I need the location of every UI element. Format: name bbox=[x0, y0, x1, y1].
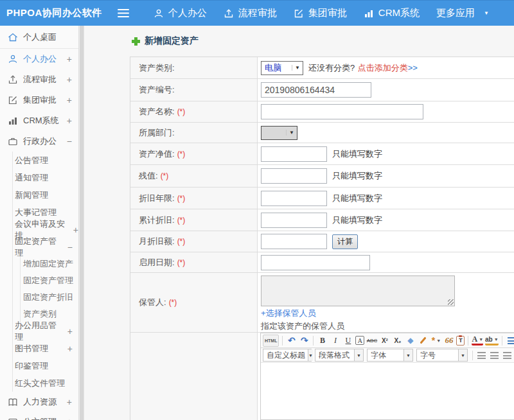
field-label: 资产编号: bbox=[139, 84, 175, 96]
asset-name-input[interactable] bbox=[261, 104, 423, 119]
subscript-icon[interactable]: X₂ bbox=[392, 335, 403, 347]
page-title-text: 新增固定资产 bbox=[145, 35, 199, 47]
add-category-arrows[interactable]: >> bbox=[408, 63, 418, 73]
book-icon bbox=[8, 397, 18, 407]
font-style-icon[interactable]: A bbox=[355, 336, 364, 345]
eraser-icon[interactable]: ◆ bbox=[405, 335, 416, 347]
expand-plus-icon[interactable]: + bbox=[67, 397, 72, 407]
align-center-icon[interactable] bbox=[489, 349, 500, 362]
nav-crm-system[interactable]: CRM系统 bbox=[364, 7, 420, 19]
sidebar-item-crm[interactable]: CRM系统 + bbox=[0, 110, 78, 131]
caret-down-icon: ▼ bbox=[308, 349, 313, 361]
superscript-icon[interactable]: X² bbox=[379, 335, 390, 347]
sidebar-item-announcement[interactable]: 公告管理 bbox=[13, 152, 78, 169]
asset-form: 资产类别: 电脑 ▼ 还没有分类? 点击添加分类>> 资产编号: 资产名称:(*… bbox=[130, 57, 514, 420]
underline-icon[interactable]: U bbox=[342, 335, 353, 347]
nav-personal-office[interactable]: 个人办公 bbox=[154, 7, 207, 19]
sidebar-scrollbar[interactable] bbox=[78, 26, 84, 420]
category-select[interactable]: 电脑 ▼ bbox=[261, 61, 303, 75]
asset-no-input[interactable] bbox=[261, 82, 371, 98]
sidebar-item-hr[interactable]: 人力资源 + bbox=[0, 392, 78, 412]
nav-more-apps[interactable]: 更多应用 ▼ bbox=[436, 7, 489, 19]
net-value-input[interactable] bbox=[261, 146, 327, 162]
font-color-icon[interactable]: A▼ bbox=[472, 335, 483, 346]
caret-down-icon: ▼ bbox=[484, 11, 489, 16]
align-right-icon[interactable] bbox=[502, 349, 513, 362]
sidebar-item-asset-manage[interactable]: 固定资产管理 bbox=[21, 272, 78, 289]
accumulated-input[interactable] bbox=[261, 213, 327, 228]
top-navbar: PHPOA协同办公软件 个人办公 流程审批 集团审批 CRM系统 更多应用 ▼ bbox=[0, 0, 514, 26]
sidebar-item-label: 办公用品管理 bbox=[15, 320, 62, 343]
paragraph-format-select[interactable]: 段落格式▼ bbox=[315, 349, 364, 362]
collapse-minus-icon[interactable]: − bbox=[67, 136, 72, 146]
custom-title-select[interactable]: 自定义标题▼ bbox=[263, 349, 312, 362]
sidebar-item-label: 新闻管理 bbox=[15, 189, 48, 201]
sidebar-item-admin-office[interactable]: 行政办公 − bbox=[0, 131, 78, 152]
department-select[interactable]: ▼ bbox=[261, 126, 297, 140]
redo-icon[interactable]: ↷ bbox=[299, 335, 310, 347]
italic-icon[interactable]: I bbox=[330, 335, 341, 347]
undo-icon[interactable]: ↶ bbox=[286, 335, 297, 347]
html-source-button[interactable]: HTML bbox=[263, 335, 279, 347]
sidebar-item-label: 集团审批 bbox=[23, 94, 57, 106]
align-left-icon[interactable] bbox=[476, 349, 487, 362]
sidebar-item-personal-office[interactable]: 个人办公 + bbox=[0, 49, 78, 69]
sidebar-item-add-asset[interactable]: 增加固定资产 bbox=[21, 256, 78, 272]
main-content: 新增固定资产 资产类别: 电脑 ▼ 还没有分类? 点击添加分类>> 资产编号: bbox=[84, 26, 514, 420]
highlight-color-icon[interactable]: ab▼ bbox=[485, 335, 499, 346]
expand-plus-icon[interactable]: + bbox=[67, 54, 72, 64]
sidebar-item-asset-depreciation[interactable]: 固定资产折旧 bbox=[21, 289, 78, 306]
expand-plus-icon[interactable]: + bbox=[67, 344, 73, 354]
sidebar-item-seal[interactable]: 印鉴管理 bbox=[13, 357, 78, 374]
sidebar-item-office-supplies[interactable]: 办公用品管理+ bbox=[13, 322, 78, 340]
depreciation-years-input[interactable] bbox=[261, 191, 327, 206]
sidebar-item-books[interactable]: 图书管理+ bbox=[13, 340, 78, 357]
editor-content-area[interactable] bbox=[261, 363, 514, 419]
required-mark: (*) bbox=[177, 258, 186, 267]
sidebar-item-workflow-approval[interactable]: 流程审批 + bbox=[0, 69, 78, 90]
select-keeper-link[interactable]: +选择保管人员 bbox=[261, 308, 316, 319]
expand-plus-icon[interactable]: + bbox=[67, 326, 73, 337]
sidebar-item-notice[interactable]: 通知管理 bbox=[13, 169, 78, 186]
residual-input[interactable] bbox=[261, 168, 327, 184]
sidebar-item-group-approval[interactable]: 集团审批 + bbox=[0, 90, 78, 110]
sidebar-item-label: 增加固定资产 bbox=[23, 258, 73, 270]
nav-workflow-approval[interactable]: 流程审批 bbox=[224, 7, 277, 19]
expand-plus-icon[interactable]: + bbox=[67, 116, 72, 126]
expand-plus-icon[interactable]: + bbox=[67, 74, 72, 85]
sidebar-item-news[interactable]: 新闻管理 bbox=[13, 186, 78, 204]
autoformat-wand-icon[interactable]: *▼ bbox=[430, 335, 441, 347]
expand-plus-icon[interactable]: + bbox=[67, 95, 72, 105]
bold-icon[interactable]: B bbox=[317, 335, 328, 347]
font-family-select[interactable]: 字体▼ bbox=[367, 349, 413, 362]
field-label: 所属部门: bbox=[139, 127, 175, 139]
sidebar-item-fixed-assets[interactable]: 固定资产管理− bbox=[13, 238, 78, 256]
nav-group-approval[interactable]: 集团审批 bbox=[294, 7, 347, 19]
nav-item-label: 集团审批 bbox=[308, 7, 347, 19]
format-brush-icon[interactable] bbox=[418, 335, 429, 347]
resize-handle-icon[interactable] bbox=[448, 299, 454, 305]
keeper-textarea[interactable] bbox=[261, 276, 455, 306]
collapse-minus-icon[interactable]: − bbox=[67, 242, 73, 252]
paste-text-icon[interactable]: T bbox=[456, 336, 465, 346]
expand-plus-icon[interactable]: + bbox=[67, 417, 72, 420]
flow-approval-icon bbox=[8, 74, 18, 85]
calculate-button[interactable]: 计算 bbox=[332, 234, 358, 249]
field-label: 资产净值: bbox=[139, 148, 175, 160]
sidebar-item-redhead-doc[interactable]: 红头文件管理 bbox=[13, 374, 78, 392]
sidebar-item-desktop[interactable]: 个人桌面 bbox=[0, 26, 78, 49]
hamburger-menu-icon[interactable] bbox=[118, 9, 129, 18]
required-mark: (*) bbox=[177, 216, 186, 225]
strikethrough-icon[interactable]: ABC bbox=[366, 335, 377, 347]
blockquote-icon[interactable]: 66 bbox=[443, 335, 454, 347]
nav-items: 个人办公 流程审批 集团审批 CRM系统 更多应用 ▼ bbox=[154, 7, 489, 19]
add-category-link[interactable]: 点击添加分类 bbox=[358, 63, 408, 73]
sidebar-item-official-doc[interactable]: 公文管理 + bbox=[0, 412, 78, 420]
expand-plus-icon[interactable]: + bbox=[73, 225, 78, 235]
start-date-input[interactable] bbox=[261, 255, 370, 270]
ordered-list-icon[interactable] bbox=[506, 335, 514, 347]
row-net-value: 资产净值:(*) 只能填写数字 bbox=[130, 143, 514, 165]
font-size-select[interactable]: 字号▼ bbox=[416, 349, 468, 362]
bar-chart-icon bbox=[8, 116, 18, 126]
monthly-input[interactable] bbox=[261, 234, 327, 249]
